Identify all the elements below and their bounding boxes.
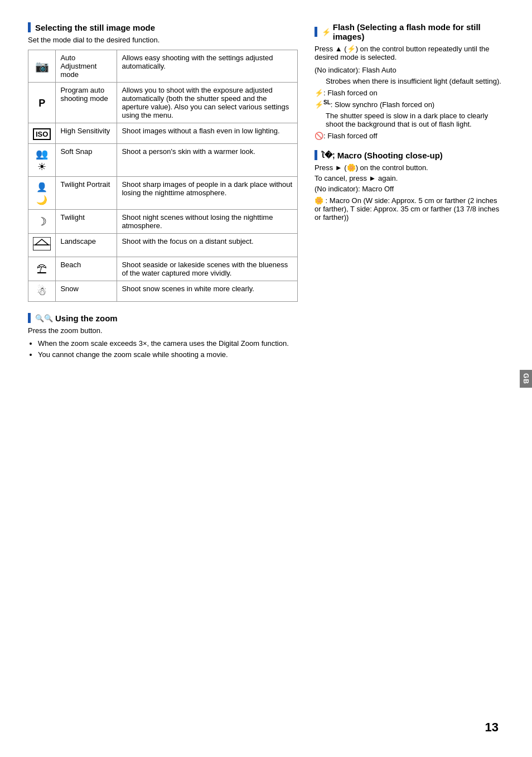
flash-section-title: ⚡ Flash (Selecting a flash mode for stil…	[315, 22, 504, 41]
snow-desc-cell: Shoot snow scenes in white more clearly.	[117, 281, 298, 302]
zoom-bullets: When the zoom scale exceeds 3×, the came…	[38, 339, 298, 359]
section-bar	[28, 22, 31, 32]
svg-rect-0	[33, 245, 51, 250]
macro-section-title: ἳ�; Macro (Shooting close-up)	[315, 150, 504, 160]
macro-icon: ἳ�;	[322, 151, 335, 160]
twilight-name-cell: Twilight	[56, 210, 117, 234]
flash-section: ⚡ Flash (Selecting a flash mode for stil…	[315, 22, 504, 140]
macro-line3: (No indicator): Macro Off	[315, 185, 504, 193]
flash-intro: Press ▲ (⚡) on the control button repeat…	[315, 45, 504, 61]
beach-desc-cell: Shoot seaside or lakeside scenes with th…	[117, 257, 298, 281]
table-row: 👤🌙 Twilight Portrait Shoot sharp images …	[28, 177, 298, 210]
still-image-table: 📷 Auto Adjustment mode Allows easy shoot…	[28, 50, 298, 302]
auto-icon-cell: 📷	[28, 50, 56, 83]
flash-items: (No indicator): Flash Auto Strobes when …	[315, 66, 504, 140]
twilight-portrait-icon-cell: 👤🌙	[28, 177, 56, 210]
macro-bar	[315, 150, 317, 160]
flash-item-2: ⚡SL: Slow synchro (Flash forced on)	[315, 99, 504, 109]
table-row: ISO High Sensitivity Shoot images withou…	[28, 123, 298, 144]
twilight-portrait-name-cell: Twilight Portrait	[56, 177, 117, 210]
still-image-subtitle: Set the mode dial to the desired functio…	[28, 36, 298, 44]
table-row: P Program auto shooting mode Allows you …	[28, 83, 298, 123]
page-number: 13	[485, 720, 499, 735]
gb-badge: GB	[520, 370, 532, 388]
zoom-section-title: 🔍🔍 Using the zoom	[28, 313, 298, 323]
program-icon-cell: P	[28, 83, 56, 123]
zoom-subtitle: Press the zoom button.	[28, 326, 298, 335]
iso-desc-cell: Shoot images without a flash even in low…	[117, 123, 298, 144]
zoom-bar	[28, 313, 31, 323]
table-row: ☃ Snow Shoot snow scenes in white more c…	[28, 281, 298, 302]
right-column: ⚡ Flash (Selecting a flash mode for stil…	[315, 22, 504, 361]
softsnap-icon-cell: 👥☀	[28, 144, 56, 177]
flash-item-0-sub: Strobes when there is insufficient light…	[326, 77, 504, 85]
program-name-cell: Program auto shooting mode	[56, 83, 117, 123]
macro-line4: 🌼 : Macro On (W side: Approx. 5 cm or fa…	[315, 196, 504, 221]
table-row: 📷 Auto Adjustment mode Allows easy shoot…	[28, 50, 298, 83]
iso-name-cell: High Sensitivity	[56, 123, 117, 144]
zoom-bullet-1: When the zoom scale exceeds 3×, the came…	[38, 339, 298, 348]
twilight-icon-cell: ☽	[28, 210, 56, 234]
macro-line2: To cancel, press ► again.	[315, 174, 504, 182]
flash-item-0: (No indicator): Flash Auto	[315, 66, 504, 74]
macro-line1: Press ► (🌼) on the control button.	[315, 163, 504, 172]
beach-name-cell: Beach	[56, 257, 117, 281]
auto-desc-cell: Allows easy shooting with the settings a…	[117, 50, 298, 83]
flash-section-icon: ⚡	[322, 28, 331, 36]
landscape-icon-cell	[28, 234, 56, 257]
snow-icon: ☃	[37, 285, 47, 297]
landscape-name-cell: Landscape	[56, 234, 117, 257]
twilight-desc-cell: Shoot night scenes without losing the ni…	[117, 210, 298, 234]
landscape-desc-cell: Shoot with the focus on a distant subjec…	[117, 234, 298, 257]
table-row: ⛱ Beach Shoot seaside or lakeside scenes…	[28, 257, 298, 281]
table-row: Landscape Shoot with the focus on a dist…	[28, 234, 298, 257]
program-desc-cell: Allows you to shoot with the exposure ad…	[117, 83, 298, 123]
twilight-portrait-icon: 👤🌙	[36, 182, 47, 205]
softsnap-desc-cell: Shoot a person's skin with a warmer look…	[117, 144, 298, 177]
softsnap-name-cell: Soft Snap	[56, 144, 117, 177]
landscape-icon	[33, 242, 51, 253]
table-row: 👥☀ Soft Snap Shoot a person's skin with …	[28, 144, 298, 177]
auto-name-cell: Auto Adjustment mode	[56, 50, 117, 83]
beach-icon-cell: ⛱	[28, 257, 56, 281]
zoom-bullet-2: You cannot change the zoom scale while s…	[38, 350, 298, 359]
svg-marker-1	[35, 239, 49, 245]
macro-section: ἳ�; Macro (Shooting close-up) Press ► (🌼…	[315, 150, 504, 221]
iso-icon: ISO	[33, 128, 51, 140]
zoom-icon-plus: 🔍🔍	[35, 314, 53, 322]
zoom-section: 🔍🔍 Using the zoom Press the zoom button.…	[28, 313, 298, 359]
twilight-icon: ☽	[37, 215, 47, 228]
iso-icon-cell: ISO	[28, 123, 56, 144]
flash-item-2-sub: The shutter speed is slow in a dark plac…	[326, 112, 504, 128]
softsnap-icon: 👥☀	[36, 148, 48, 172]
flash-bar	[315, 27, 317, 37]
beach-icon: ⛱	[37, 264, 47, 275]
flash-item-3: 🚫: Flash forced off	[315, 132, 504, 140]
still-image-section-title: Selecting the still image mode	[28, 22, 298, 32]
snow-icon-cell: ☃	[28, 281, 56, 302]
flash-item-1: ⚡: Flash forced on	[315, 89, 504, 97]
table-row: ☽ Twilight Shoot night scenes without lo…	[28, 210, 298, 234]
twilight-portrait-desc-cell: Shoot sharp images of people in a dark p…	[117, 177, 298, 210]
left-column: Selecting the still image mode Set the m…	[28, 22, 298, 361]
program-icon: P	[38, 98, 45, 109]
camera-icon: 📷	[35, 60, 49, 73]
snow-name-cell: Snow	[56, 281, 117, 302]
